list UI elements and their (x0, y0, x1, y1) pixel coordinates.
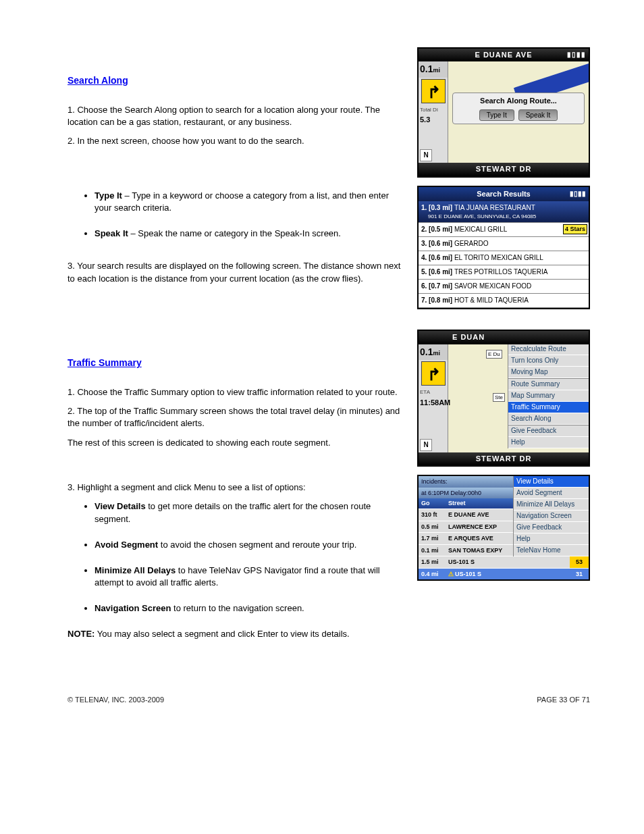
signal-icon: ▮▯▮▮ (570, 189, 586, 199)
map-label: Ste (493, 393, 505, 402)
result-row[interactable]: 5. [0.6 mi] TRES POTRILLOS TAQUERIA (419, 265, 589, 280)
menu-item[interactable]: Help (508, 437, 589, 448)
note: NOTE: You may also select a segment and … (68, 628, 405, 640)
step: 1. Choose the Traffic Summary option to … (68, 386, 405, 398)
option-item: Type It – Type in a keyword or choose a … (95, 190, 405, 214)
menu-item[interactable]: Route Summary (508, 378, 589, 390)
signal-icon: ▮▯▮▮ (567, 50, 586, 59)
option-item: Speak It – Speak the name or category in… (95, 228, 405, 240)
menu-item[interactable]: Recalculate Route (508, 344, 589, 355)
copyright: © TELENAV, INC. 2003-2009 (68, 695, 164, 705)
next-turn-distance: 0.1mi (419, 344, 448, 361)
screenshot-nav-menu: E DUAN 0.1mi ETA 11:58AM N E Du Ste Stop… (417, 330, 590, 467)
result-row[interactable]: 2. [0.5 mi] MEXICALI GRILL4 Stars (419, 223, 589, 237)
step-num: 2. (68, 136, 75, 146)
speak-it-button[interactable]: Speak It (518, 109, 558, 121)
screenshot-search-results: Search Results ▮▯▮▮ 1. [0.3 mi] TIA JUAN… (417, 186, 590, 310)
option-item: Avoid Segment to avoid the chosen segmen… (95, 539, 405, 551)
options-list: Type It – Type in a keyword or choose a … (95, 190, 405, 240)
step-text: Your search results are displayed on the… (68, 261, 400, 283)
step-num: 1. (68, 105, 75, 115)
step: 1. Choose the Search Along option to sea… (68, 104, 405, 128)
panel-label: Total Di (419, 105, 448, 115)
incident-row[interactable]: 1.5 miUS-101 S53 (419, 556, 589, 569)
step-text: Choose the Traffic Summary option to vie… (77, 387, 397, 397)
step: 3. Your search results are displayed on … (68, 260, 405, 284)
th-go: Go (419, 498, 446, 509)
paragraph: The rest of this screen is dedicated to … (68, 437, 405, 449)
option-item: View Details to get more details on the … (95, 500, 405, 525)
context-menu: View DetailsAvoid SegmentMinimize All De… (513, 476, 589, 556)
incident-row[interactable]: 0.4 miUS-101 S31 (419, 568, 589, 579)
menu-item[interactable]: Navigation Screen (514, 511, 589, 522)
screenshot-traffic-incidents: Incidents: at 6:10PM Delay:00h0 Go Stree… (417, 475, 590, 581)
nav-title: E DUANE AVE ▮▯▮▮ (419, 49, 589, 61)
menu-item[interactable]: Traffic Summary (508, 402, 589, 413)
eta-label: ETA (419, 387, 448, 397)
menu-item[interactable]: Search Along (508, 413, 589, 425)
menu-item[interactable]: Map Summary (508, 390, 589, 402)
step: 2. In the next screen, choose how you wa… (68, 135, 405, 147)
search-along-dialog: Search Along Route... Type It Speak It (452, 93, 585, 124)
note-text: You may also select a segment and click … (97, 629, 350, 639)
page-number: PAGE 33 OF 71 (537, 695, 590, 705)
step: 3. Highlight a segment and click Menu to… (68, 481, 405, 494)
step-num: 1. (68, 387, 75, 397)
map-label: E Du (486, 350, 502, 359)
type-it-button[interactable]: Type It (479, 109, 514, 121)
panel-value: 5.3 (419, 115, 448, 125)
compass-icon: N (420, 149, 432, 161)
traffic-summary-heading[interactable]: Traffic Summary (68, 357, 142, 370)
option-item: Navigation Screen to return to the navig… (95, 602, 405, 615)
dialog-title: Search Along Route... (456, 96, 581, 106)
menu-item[interactable]: Help (514, 533, 589, 545)
step-text: Choose the Search Along option to search… (68, 105, 380, 127)
next-turn-distance: 0.1mi (419, 61, 448, 78)
page-footer: © TELENAV, INC. 2003-2009 PAGE 33 OF 71 (68, 695, 590, 705)
step-text: The top of the Traffic Summary screen sh… (68, 406, 400, 428)
search-along-heading[interactable]: Search Along (68, 74, 128, 88)
step-text: Highlight a segment and click Menu to se… (77, 482, 305, 492)
eta-value: 11:58AM (419, 398, 448, 408)
nav-title: E DUAN (419, 331, 589, 344)
menu-item[interactable]: Moving Map (508, 367, 589, 378)
result-row[interactable]: 1. [0.3 mi] TIA JUANA RESTAURANT901 E DU… (419, 201, 589, 223)
turn-icon (421, 79, 446, 103)
note-label: NOTE: (68, 629, 95, 639)
step-num: 3. (68, 261, 75, 271)
results-title: Search Results ▮▯▮▮ (419, 187, 589, 201)
menu-item[interactable]: Give Feedback (514, 522, 589, 533)
rating-badge: 4 Stars (563, 224, 587, 234)
menu-item[interactable]: Avoid Segment (514, 488, 589, 499)
step-text: In the next screen, choose how you want … (77, 136, 304, 146)
step-num: 3. (68, 482, 75, 492)
nav-footer: STEWART DR (419, 452, 589, 465)
turn-icon (421, 361, 446, 386)
context-menu: Stop NavigatingRecalculate RouteTurn Ico… (508, 344, 589, 448)
menu-item[interactable]: Give Feedback (508, 425, 589, 437)
result-row[interactable]: 4. [0.6 mi] EL TORITO MEXICAN GRILL (419, 251, 589, 265)
options-list: View Details to get more details on the … (95, 500, 405, 615)
screenshot-search-along-dialog: E DUANE AVE ▮▯▮▮ 0.1mi Total Di 5.3 N Se… (417, 47, 590, 178)
menu-item[interactable]: Minimize All Delays (514, 499, 589, 511)
nav-footer: STEWART DR (419, 163, 589, 176)
option-item: Minimize All Delays to have TeleNav GPS … (95, 565, 405, 589)
step: 2. The top of the Traffic Summary screen… (68, 405, 405, 429)
menu-item[interactable]: Turn Icons Only (508, 355, 589, 367)
step-num: 2. (68, 406, 75, 416)
menu-item[interactable]: TeleNav Home (514, 545, 589, 556)
result-row[interactable]: 6. [0.7 mi] SAVOR MEXICAN FOOD (419, 280, 589, 294)
result-row[interactable]: 3. [0.6 mi] GERARDO (419, 237, 589, 251)
result-row[interactable]: 7. [0.8 mi] HOT & MILD TAQUERIA (419, 294, 589, 308)
compass-icon: N (420, 439, 432, 451)
menu-item[interactable]: View Details (514, 476, 589, 488)
